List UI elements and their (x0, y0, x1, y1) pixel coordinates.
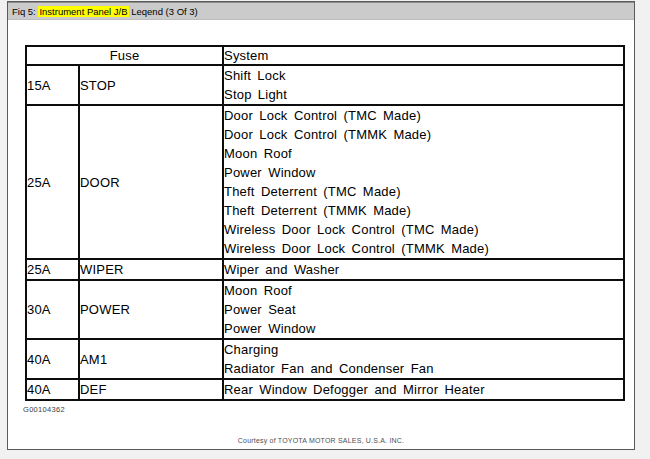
system-item: Wireless Door Lock Control (TMMK Made) (224, 239, 623, 258)
viewer-window: Fiq 5: Instrument Panel J/B Leqend (3 Of… (7, 1, 635, 450)
fuse-name-cell: DEF (79, 379, 223, 400)
system-item: Radiator Fan and Condenser Fan (224, 359, 623, 378)
table-row: 30A POWER Moon Roof Power Seat Power Win… (26, 280, 624, 339)
system-cell: Door Lock Control (TMC Made) Door Lock C… (223, 105, 624, 259)
system-item: Wiper and Washer (224, 260, 623, 279)
system-item: Door Lock Control (TMMK Made) (224, 125, 623, 144)
table-row: 25A DOOR Door Lock Control (TMC Made) Do… (26, 105, 624, 259)
system-item: Moon Roof (224, 281, 623, 300)
system-item: Power Window (224, 163, 623, 182)
figure-caption-bar: Fiq 5: Instrument Panel J/B Leqend (3 Of… (8, 2, 634, 20)
fuse-name-cell: STOP (79, 65, 223, 105)
system-cell: Rear Window Defogger and Mirror Heater (223, 379, 624, 400)
system-item: Wireless Door Lock Control (TMC Made) (224, 220, 623, 239)
system-cell: Wiper and Washer (223, 259, 624, 280)
fuse-amp-cell: 30A (26, 280, 79, 339)
system-item: Power Window (224, 319, 623, 338)
table-header-row: Fuse System (26, 46, 624, 65)
caption-prefix: Fiq 5: (12, 6, 38, 17)
table-row: 15A STOP Shift Lock Stop Light (26, 65, 624, 105)
system-item: Moon Roof (224, 144, 623, 163)
fuse-amp-cell: 40A (26, 379, 79, 400)
caption-suffix: Leqend (3 Of 3) (129, 6, 198, 17)
fuse-legend-table: Fuse System 15A STOP Shift Lock Stop Lig… (25, 45, 625, 401)
fuse-amp-cell: 25A (26, 105, 79, 259)
table-row: 25A WIPER Wiper and Washer (26, 259, 624, 280)
fuse-amp-cell: 25A (26, 259, 79, 280)
fuse-amp-cell: 15A (26, 65, 79, 105)
system-column-header: System (223, 46, 624, 65)
fuse-amp-cell: 40A (26, 339, 79, 379)
fuse-name-cell: DOOR (79, 105, 223, 259)
system-item: Charging (224, 340, 623, 359)
system-cell: Shift Lock Stop Light (223, 65, 624, 105)
caption-search-highlight: Instrument Panel J/B (38, 6, 128, 17)
fuse-column-header: Fuse (26, 46, 223, 65)
fuse-name-cell: AM1 (79, 339, 223, 379)
system-item: Shift Lock (224, 66, 623, 85)
fuse-name-cell: WIPER (79, 259, 223, 280)
fuse-name-cell: POWER (79, 280, 223, 339)
table-row: 40A AM1 Charging Radiator Fan and Conden… (26, 339, 624, 379)
table-row: 40A DEF Rear Window Defogger and Mirror … (26, 379, 624, 400)
system-item: Theft Deterrent (TMMK Made) (224, 201, 623, 220)
figure-id: G00104362 (23, 405, 634, 414)
system-item: Rear Window Defogger and Mirror Heater (224, 380, 623, 399)
system-cell: Charging Radiator Fan and Condenser Fan (223, 339, 624, 379)
system-cell: Moon Roof Power Seat Power Window (223, 280, 624, 339)
system-item: Power Seat (224, 300, 623, 319)
system-item: Stop Light (224, 85, 623, 104)
courtesy-line: Courtesy of TOYOTA MOTOR SALES, U.S.A. I… (8, 437, 634, 444)
system-item: Door Lock Control (TMC Made) (224, 106, 623, 125)
system-item: Theft Deterrent (TMC Made) (224, 182, 623, 201)
